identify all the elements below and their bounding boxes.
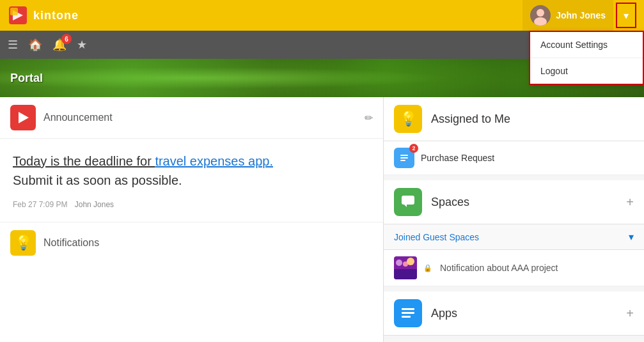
- svg-rect-11: [402, 196, 414, 205]
- lock-icon: 🔒: [423, 264, 432, 272]
- task-app-icon: 2: [394, 148, 414, 168]
- assigned-to-me-header: 💡 Assigned to Me: [384, 97, 644, 141]
- assigned-to-me-title: Assigned to Me: [431, 113, 634, 126]
- apps-title: Apps: [431, 307, 626, 320]
- announcement-author: John Jones: [75, 200, 114, 209]
- dropdown-arrow-button[interactable]: ▾: [616, 3, 636, 28]
- notifications-icon: 💡: [10, 230, 36, 256]
- spaces-icon: [394, 188, 422, 216]
- assigned-icon: 💡: [394, 105, 422, 133]
- app-header: kintone John Jones ▾ Account Settings Lo…: [0, 0, 644, 31]
- svg-rect-18: [402, 308, 414, 310]
- add-app-icon[interactable]: +: [626, 306, 634, 321]
- spaces-section: Spaces + Joined Guest Spaces ▾: [384, 180, 644, 286]
- bulb-icon: 💡: [15, 235, 32, 251]
- notification-badge: 6: [61, 34, 72, 44]
- svg-rect-14: [394, 269, 417, 279]
- space-name: Notification about AAA project: [440, 263, 558, 273]
- menu-icon[interactable]: ☰: [8, 38, 18, 52]
- announcement-text: Today is the deadline for travel expense…: [13, 152, 370, 190]
- list-icon: [400, 306, 416, 321]
- portal-title: Portal: [10, 72, 43, 85]
- bulb-icon: 💡: [400, 111, 417, 127]
- svg-point-4: [537, 9, 544, 17]
- chat-icon: [400, 194, 416, 210]
- avatar: [530, 5, 551, 26]
- user-area[interactable]: John Jones: [522, 0, 613, 31]
- task-item[interactable]: 2 Purchase Request: [384, 141, 644, 175]
- announcement-text-rest: Submit it as soon as possible.: [13, 173, 182, 187]
- left-panel: Announcement ✏ Today is the deadline for…: [0, 97, 384, 342]
- play-icon: [16, 111, 30, 125]
- announcement-icon: [10, 105, 36, 130]
- svg-rect-20: [402, 316, 411, 318]
- header-right: John Jones ▾: [522, 0, 636, 31]
- kintone-logo-icon: [8, 5, 28, 26]
- svg-point-15: [396, 260, 402, 266]
- notifications-title: Notifications: [43, 237, 99, 249]
- space-item[interactable]: 🔒 Notification about AAA project: [384, 250, 644, 286]
- announcement-text-plain: Today is the deadline for: [13, 154, 155, 168]
- announcement-title: Announcement: [43, 112, 365, 123]
- svg-rect-8: [400, 155, 408, 156]
- app-icon-svg: [398, 152, 410, 164]
- logo-area: kintone: [8, 5, 79, 26]
- logo-text: kintone: [33, 9, 79, 22]
- guest-spaces-label: Joined Guest Spaces: [394, 232, 629, 242]
- announcement-section-header: Announcement ✏: [0, 97, 383, 139]
- edit-icon[interactable]: ✏: [365, 112, 373, 124]
- space-icon: [394, 256, 417, 279]
- announcement-link[interactable]: travel expenses app.: [155, 154, 273, 168]
- apps-icon: [394, 299, 422, 327]
- right-panel: 💡 Assigned to Me 2 Purchase Request: [384, 97, 644, 342]
- svg-rect-9: [400, 157, 408, 159]
- account-settings-item[interactable]: Account Settings: [530, 32, 643, 58]
- announcement-body: Today is the deadline for travel expense…: [0, 139, 383, 222]
- chevron-down-icon: ▾: [629, 231, 634, 243]
- svg-point-17: [407, 258, 414, 265]
- main-content: Announcement ✏ Today is the deadline for…: [0, 97, 644, 342]
- svg-marker-12: [404, 205, 407, 207]
- home-icon[interactable]: 🏠: [28, 38, 42, 52]
- add-space-icon[interactable]: +: [626, 195, 634, 210]
- apps-header: Apps +: [384, 291, 644, 336]
- guest-spaces-row[interactable]: Joined Guest Spaces ▾: [384, 224, 644, 250]
- svg-rect-19: [402, 312, 414, 314]
- logout-item[interactable]: Logout: [530, 58, 643, 84]
- star-icon[interactable]: ★: [77, 38, 87, 52]
- apps-section: Apps +: [384, 291, 644, 336]
- space-thumbnail: [394, 256, 417, 279]
- announcement-date: Feb 27 7:09 PM: [13, 200, 67, 209]
- task-name: Purchase Request: [421, 153, 494, 163]
- dropdown-menu: Account Settings Logout: [529, 31, 644, 85]
- chevron-down-icon: ▾: [624, 10, 629, 22]
- svg-rect-2: [10, 8, 18, 15]
- notifications-section-header: 💡 Notifications: [0, 222, 383, 263]
- bell-icon[interactable]: 🔔 6: [52, 38, 67, 52]
- user-name: John Jones: [556, 10, 606, 20]
- task-badge: 2: [409, 144, 418, 153]
- spaces-header: Spaces +: [384, 180, 644, 224]
- svg-rect-10: [400, 160, 405, 161]
- svg-marker-6: [19, 112, 29, 123]
- spaces-title: Spaces: [431, 196, 626, 209]
- announcement-meta: Feb 27 7:09 PM John Jones: [13, 200, 370, 209]
